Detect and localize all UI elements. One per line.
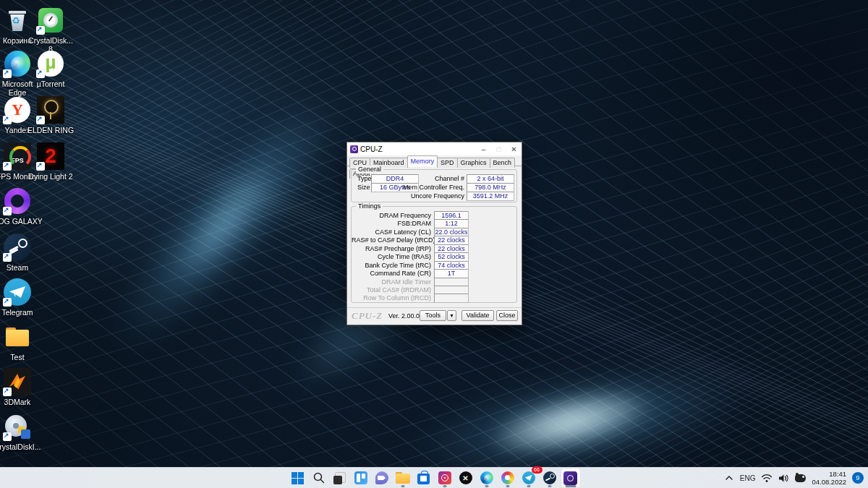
taskbar-search[interactable] — [310, 468, 328, 487]
media-player-icon — [438, 471, 451, 484]
paint-icon — [501, 471, 514, 484]
store-icon — [417, 474, 430, 484]
tray-hidden-app-icon[interactable] — [795, 474, 806, 482]
field-label: Type — [357, 175, 372, 183]
timing-label: CAS# Latency (CL) — [352, 228, 431, 236]
telegram-icon — [522, 471, 535, 484]
shortcut-arrow-icon — [36, 26, 45, 35]
timing-label: Command Rate (CR) — [352, 270, 431, 278]
timing-label-disabled: DRAM Idle Timer — [352, 278, 431, 286]
chat-icon — [375, 471, 388, 484]
running-indicator — [506, 485, 509, 487]
maximize-icon: □ — [491, 142, 506, 155]
running-indicator — [548, 485, 551, 487]
desktop-icon-utorrent[interactable]: µTorrent — [27, 49, 74, 88]
windows-logo-icon — [292, 472, 304, 484]
taskbar-edge[interactable] — [477, 468, 496, 487]
desktop-icon-label: Yandex — [5, 126, 30, 134]
desktop-icon-label: Dying Light 2 — [28, 172, 72, 181]
timing-label: RAS# to CAS# Delay (tRCD) — [352, 236, 431, 244]
cpuz-window: CPU-Z – □ ✕ CPUMainboardMemorySPDGraphic… — [346, 142, 522, 325]
task-view-icon — [333, 472, 346, 484]
steam-icon — [543, 471, 556, 484]
tray-date: 04.08.2022 — [812, 478, 846, 486]
tools-button[interactable]: Tools — [420, 310, 446, 321]
desktop-icon-gog-galaxy[interactable]: GOG GALAXY — [0, 187, 41, 226]
shortcut-arrow-icon — [3, 298, 12, 307]
tray-time: 18:41 — [829, 470, 846, 478]
tab-memory[interactable]: Memory — [407, 155, 438, 167]
close-button[interactable]: Close — [496, 310, 518, 321]
title-bar[interactable]: CPU-Z – □ ✕ — [347, 142, 522, 155]
search-icon — [312, 471, 326, 484]
edge-icon — [480, 471, 493, 484]
wifi-icon[interactable] — [761, 474, 773, 483]
running-indicator — [443, 485, 446, 487]
minimize-icon[interactable]: – — [476, 142, 491, 155]
window-footer: CPU-Z Ver. 2.00.0.x64 Tools Validate Clo… — [347, 307, 522, 325]
tools-dropdown-button[interactable] — [447, 310, 456, 321]
field-label: Size — [357, 184, 370, 192]
desktop-icon-3dmark[interactable]: 3DMark — [0, 367, 41, 406]
timing-label-disabled: Row To Column (tRCD) — [352, 294, 431, 302]
running-indicator — [401, 485, 404, 487]
shortcut-arrow-icon — [3, 432, 12, 441]
desktop-icon-label: Telegram — [1, 308, 33, 317]
window-title: CPU-Z — [360, 145, 383, 153]
tab-graphics[interactable]: Graphics — [457, 158, 490, 168]
taskbar-file-explorer[interactable] — [393, 468, 412, 487]
chat-button[interactable] — [373, 468, 391, 487]
timing-label: DRAM Frequency — [352, 212, 431, 220]
shortcut-arrow-icon — [36, 162, 45, 171]
tab-bench[interactable]: Bench — [490, 158, 516, 168]
taskbar-telegram[interactable]: 66 — [519, 468, 538, 487]
uncore-value: 3591.2 MHz — [467, 192, 514, 201]
start-button[interactable] — [289, 468, 307, 487]
shortcut-arrow-icon — [3, 116, 12, 124]
tab-strip: CPUMainboardMemorySPDGraphicsBenchAbout — [347, 155, 522, 166]
taskbar-media-player[interactable] — [435, 468, 454, 487]
desktop-icon-crystaldiskmark[interactable]: CrystalDisk... 8 — [27, 6, 74, 53]
groupbox-heading: Timings — [356, 202, 383, 210]
widgets-icon — [354, 471, 367, 484]
desktop-icon-label: GOG GALAXY — [0, 217, 43, 226]
desktop-icon-test-folder[interactable]: Test — [0, 322, 41, 361]
general-groupbox: General Type DDR4 Channel # 2 x 64-bit S… — [351, 169, 517, 202]
file-explorer-icon — [396, 472, 410, 484]
timing-label: RAS# Precharge (tRP) — [352, 245, 431, 253]
volume-icon[interactable] — [778, 474, 789, 483]
taskbar-steam[interactable] — [540, 468, 559, 487]
widgets-button[interactable] — [352, 468, 370, 487]
taskbar: 66 ENG 18:41 04.08.2022 9 — [0, 467, 868, 488]
desktop-icon-label: CrystalDiskI... — [0, 442, 41, 451]
recycle-bin-icon — [9, 9, 26, 31]
language-indicator[interactable]: ENG — [740, 474, 756, 482]
running-indicator — [527, 485, 530, 487]
cpuz-app-icon — [350, 145, 358, 153]
taskbar-cpuz[interactable] — [561, 468, 580, 487]
tray-chevron-up-icon[interactable] — [724, 474, 734, 482]
close-icon[interactable]: ✕ — [506, 142, 522, 155]
taskbar-store[interactable] — [414, 468, 433, 487]
folder-icon — [6, 328, 29, 346]
clock[interactable]: 18:41 04.08.2022 — [812, 470, 846, 486]
shortcut-arrow-icon — [36, 116, 45, 124]
running-indicator — [485, 485, 488, 487]
taskbar-xbox[interactable] — [456, 468, 475, 487]
desktop-icon-steam[interactable]: Steam — [0, 233, 41, 272]
desktop-icon-elden-ring[interactable]: ELDEN RING — [27, 95, 74, 134]
taskbar-paint[interactable] — [498, 468, 517, 487]
desktop-icon-dying-light-2[interactable]: Dying Light 2 — [27, 142, 74, 181]
tab-spd[interactable]: SPD — [437, 158, 458, 168]
validate-button[interactable]: Validate — [461, 310, 494, 321]
desktop-icon-label: Steam — [7, 263, 28, 272]
desktop-icon-telegram[interactable]: Telegram — [0, 278, 41, 317]
desktop-icon-label: 3DMark — [4, 398, 31, 406]
shortcut-arrow-icon — [3, 69, 12, 78]
groupbox-heading: General — [356, 166, 383, 174]
notification-center-badge[interactable]: 9 — [852, 472, 864, 484]
cpuz-logo: CPU-Z — [352, 310, 383, 322]
desktop-icon-crystaldiskinfo[interactable]: CrystalDiskI... — [0, 412, 41, 451]
timing-label: Bank Cycle Time (tRC) — [352, 262, 431, 270]
task-view-button[interactable] — [331, 468, 349, 487]
